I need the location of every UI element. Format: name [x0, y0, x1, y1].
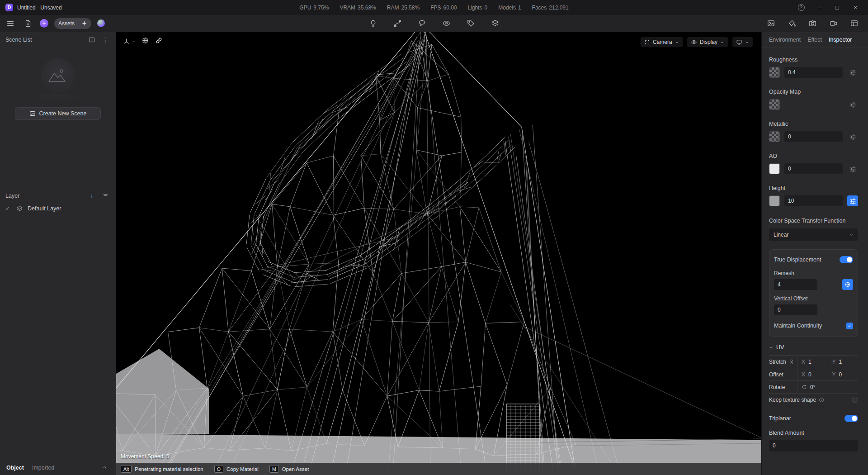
- tab-inspector[interactable]: Inspector: [829, 37, 852, 43]
- stat-faces: Faces212,091: [532, 5, 569, 11]
- import-model-button[interactable]: [22, 18, 34, 29]
- rotate-field[interactable]: 0°: [797, 381, 858, 393]
- keep-texture-shape-checkbox[interactable]: [852, 397, 858, 403]
- tab-imported[interactable]: Imported: [32, 465, 54, 471]
- display-dropdown[interactable]: Display: [687, 37, 728, 47]
- view-mode-dropdown[interactable]: [123, 38, 136, 45]
- material-ball-button[interactable]: [97, 19, 105, 27]
- offset-y-field[interactable]: Y0: [828, 368, 859, 380]
- blend-amount-input[interactable]: [769, 440, 858, 451]
- height-input[interactable]: [784, 195, 843, 206]
- stretch-x-field[interactable]: X1: [797, 356, 828, 368]
- roughness-sliders-button[interactable]: [847, 67, 858, 78]
- maintain-continuity-checkbox[interactable]: ✓: [846, 323, 853, 329]
- render-queue-button[interactable]: [848, 18, 860, 29]
- triplanar-toggle[interactable]: [844, 415, 858, 422]
- 3d-viewport[interactable]: Camera Display Movement Speed: 5 Alt Pe: [116, 32, 761, 475]
- info-icon[interactable]: [819, 397, 824, 403]
- scene-panel-button[interactable]: [87, 35, 97, 45]
- stretch-y-field[interactable]: Y1: [828, 356, 859, 368]
- tag-icon: [467, 19, 475, 28]
- maximize-button[interactable]: □: [831, 2, 844, 13]
- offset-x-field[interactable]: X0: [797, 368, 828, 380]
- minimize-button[interactable]: –: [813, 2, 826, 13]
- light-tool-button[interactable]: [367, 18, 379, 29]
- torus-tool-button[interactable]: [440, 18, 452, 29]
- roughness-input[interactable]: [784, 67, 843, 78]
- ao-input[interactable]: [784, 163, 843, 174]
- layer-visibility-check-icon[interactable]: ✓: [5, 205, 12, 212]
- add-asset-button[interactable]: +: [40, 19, 48, 28]
- roughness-thumbnail[interactable]: [769, 67, 780, 78]
- color-space-label: Color Space Transfer Function: [769, 218, 858, 224]
- chevron-down-icon: [769, 345, 774, 350]
- opacity-map-thumbnail[interactable]: [769, 99, 780, 110]
- ao-sliders-button[interactable]: [847, 163, 858, 174]
- metallic-thumbnail[interactable]: [769, 131, 780, 142]
- collapse-panel-button[interactable]: [99, 463, 109, 473]
- opacity-map-sliders-button[interactable]: [847, 99, 858, 110]
- height-thumbnail[interactable]: [769, 195, 780, 206]
- video-camera-icon: [829, 19, 838, 28]
- link-mode-button[interactable]: [155, 37, 163, 46]
- true-displacement-label: True Displacement: [774, 256, 821, 263]
- ao-row: [769, 163, 858, 175]
- camera-dropdown[interactable]: Camera: [641, 37, 683, 47]
- camera-icon: [808, 19, 817, 28]
- assets-button[interactable]: Assets: [54, 18, 91, 29]
- sidebar-footer: Object Imported: [0, 460, 116, 475]
- displacement-group: True Displacement Remesh Vertical Offset…: [769, 249, 858, 337]
- import-file-icon: [24, 19, 32, 28]
- globe-mode-button[interactable]: [142, 37, 149, 46]
- vertical-offset-input[interactable]: [774, 304, 817, 315]
- scene-more-button[interactable]: ⋮: [100, 35, 110, 45]
- hamburger-icon: [6, 19, 14, 28]
- remesh-globe-button[interactable]: [842, 279, 853, 290]
- camera-capture-button[interactable]: [807, 18, 818, 29]
- menu-button[interactable]: [5, 18, 16, 29]
- performance-stats: GPU9.75% VRAM35.68% RAM25.58% FPS60.00 L…: [299, 5, 568, 11]
- monitor-dropdown[interactable]: [732, 37, 753, 47]
- key-badge: M: [269, 465, 279, 473]
- roughness-row: [769, 66, 858, 78]
- paint-bucket-button[interactable]: [786, 18, 797, 29]
- image-icon: [767, 19, 775, 28]
- uv-section-header[interactable]: UV: [769, 344, 858, 351]
- app-window: D Untitled - Unsaved GPU9.75% VRAM35.68%…: [0, 0, 868, 475]
- divider: [78, 21, 78, 26]
- render-image-button[interactable]: [765, 18, 777, 29]
- tab-environment[interactable]: Environment: [769, 37, 801, 43]
- sliders-icon: [849, 198, 856, 204]
- ao-thumbnail[interactable]: [769, 163, 780, 174]
- ao-label: AO: [769, 153, 858, 159]
- link-constraint-icon[interactable]: [789, 359, 794, 365]
- maintain-continuity-label: Maintain Continuity: [774, 323, 822, 329]
- spline-tool-button[interactable]: [392, 18, 403, 29]
- sparkle-icon: [81, 20, 87, 26]
- add-layer-button[interactable]: +: [87, 191, 97, 201]
- illustration-fade: [38, 94, 78, 101]
- key-badge: Alt: [121, 465, 132, 473]
- app-logo-icon[interactable]: D: [5, 4, 13, 11]
- material-picker-tool-button[interactable]: [465, 18, 476, 29]
- color-space-select[interactable]: Linear: [769, 228, 858, 241]
- tab-object[interactable]: Object: [6, 465, 24, 471]
- rotate-icon: [802, 385, 807, 390]
- layer-row-default[interactable]: ✓ Default Layer: [0, 202, 116, 215]
- create-new-scene-button[interactable]: Create New Scene: [15, 107, 101, 120]
- lasso-tool-button[interactable]: [416, 18, 428, 29]
- hint-penetrating-selection: Alt Penetrating material selection: [121, 465, 203, 473]
- remesh-input[interactable]: [774, 279, 817, 290]
- metallic-input[interactable]: [784, 131, 843, 142]
- layers-tool-button[interactable]: [489, 18, 501, 29]
- hint-copy-material: O Copy Material: [214, 465, 259, 473]
- video-record-button[interactable]: [827, 18, 839, 29]
- help-button[interactable]: ?: [795, 2, 807, 13]
- height-sliders-button[interactable]: [847, 195, 858, 206]
- layer-filter-button[interactable]: [100, 191, 110, 201]
- tab-effect[interactable]: Effect: [807, 37, 822, 43]
- lasso-icon: [418, 19, 426, 28]
- metallic-sliders-button[interactable]: [847, 131, 858, 142]
- true-displacement-toggle[interactable]: [840, 256, 853, 263]
- close-button[interactable]: ×: [849, 2, 862, 13]
